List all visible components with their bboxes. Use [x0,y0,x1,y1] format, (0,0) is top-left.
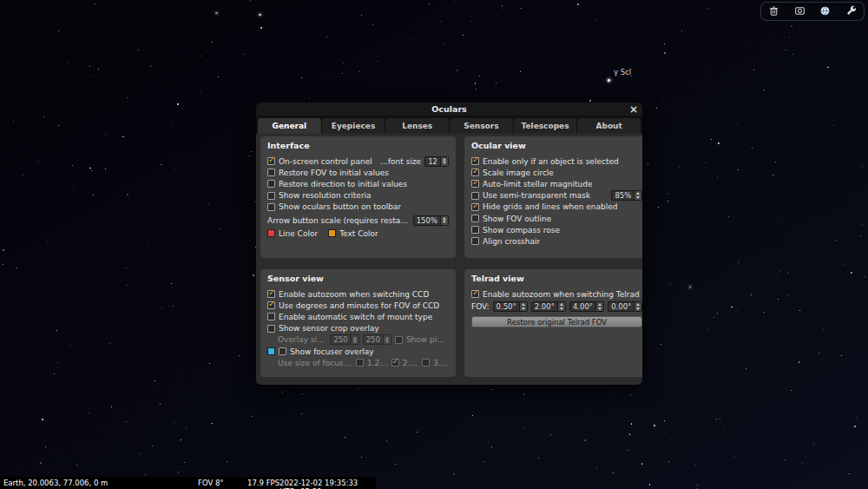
ccd-autozoom-row: Enable autozoom when switching CCD [267,288,449,300]
oculars-toolbar-button-row: Show oculars button on toolbar [267,202,449,213]
auto-limit-magnitude-checkbox[interactable] [471,180,479,188]
compass-rose-label: Show compass rose [483,226,560,235]
trash-icon [768,3,779,20]
crop-overlay-row: Show sensor crop overlay [267,323,449,334]
dialog-titlebar[interactable]: Oculars × [256,102,642,116]
mask-opacity-spinner[interactable]: 85% [611,190,642,201]
align-crosshair-checkbox[interactable] [471,237,479,245]
globe-icon [819,3,831,20]
resolution-criteria-checkbox[interactable] [267,192,275,200]
arrow-scale-spinner[interactable]: 150% [413,215,449,226]
font-size-spinner[interactable]: 12 [424,156,449,167]
text-color-swatch[interactable] [328,229,336,237]
crop-overlay-label: Show sensor crop overlay [279,324,379,333]
sensor-view-group: Sensor view Enable autozoom when switchi… [260,269,456,377]
trash-button[interactable] [765,3,784,19]
camera-icon [794,3,806,20]
mount-switch-row: Enable automatic switch of mount type [267,311,449,322]
enable-only-selected-label: Enable only if an object is selected [483,157,619,166]
interface-group: Interface On-screen control panel ...fon… [260,136,456,258]
spinner-arrows[interactable] [519,302,527,311]
enable-only-selected-checkbox[interactable] [471,157,479,165]
ccd-autozoom-label: Enable autozoom when switching CCD [279,290,429,299]
spinner-arrows[interactable] [383,335,391,344]
overlay-height-spinner[interactable]: 250 [363,334,391,345]
settings-button[interactable] [841,3,860,19]
crop-overlay-checkbox[interactable] [267,325,275,333]
spinner-arrows[interactable] [557,302,565,311]
spinner-arrows[interactable] [440,157,448,166]
spinner-arrows[interactable] [440,216,448,225]
tab-sensors[interactable]: Sensors [450,118,513,134]
status-fps: 17.9 FPS [247,479,279,487]
tab-lenses[interactable]: Lenses [385,118,449,134]
fov-outline-label: Show FOV outline [483,215,551,223]
telrad-fov1-spinner[interactable]: 0.50° [493,301,528,312]
pixel-grid-checkbox[interactable] [395,336,403,344]
oculars-toolbar-label: Show oculars button on toolbar [279,202,401,211]
status-bar: Earth, 20.0063, 77.006, 0 m FOV 8° 17.9 … [0,477,376,489]
group-title-sensor: Sensor view [267,274,449,283]
tab-general[interactable]: General [258,118,321,134]
overlay-width-spinner[interactable]: 250 [330,334,358,345]
auto-limit-magnitude-row: Auto-limit stellar magnitude [471,178,642,189]
spinner-value: 0.00° [608,302,634,311]
focuser-125-checkbox[interactable] [356,359,364,367]
arrow-scale-label: Arrow button scale (requires restart) [267,216,410,225]
restore-fov-row: Restore FOV to initial values [267,167,449,178]
hide-grids-checkbox[interactable] [471,203,479,211]
telrad-fov4-spinner[interactable]: 0.00° [608,301,642,312]
telrad-fov3-spinner[interactable]: 4.00° [569,301,604,312]
oculars-toolbar-checkbox[interactable] [267,203,275,211]
spinner-value: 85% [612,191,634,200]
mount-switch-checkbox[interactable] [267,313,275,320]
semi-transparent-mask-checkbox[interactable] [471,192,479,200]
dialog-body: Interface On-screen control panel ...fon… [256,134,642,385]
focuser-20-checkbox[interactable] [391,359,399,367]
spinner-arrows[interactable] [351,335,358,344]
ccd-autozoom-checkbox[interactable] [267,290,275,298]
spinner-arrows[interactable] [634,302,641,311]
tab-eyepieces[interactable]: Eyepieces [322,118,385,134]
telrad-autozoom-checkbox[interactable] [471,290,479,298]
tab-about[interactable]: About [577,118,641,134]
onscreen-panel-checkbox[interactable] [267,157,275,165]
tab-telescopes[interactable]: Telescopes [514,118,577,134]
star-gamma-scl [608,79,610,82]
fov-outline-row: Show FOV outline [471,213,642,224]
spinner-value: 150% [414,216,440,225]
focuser-color-swatch[interactable] [267,347,275,355]
overlay-size-row: Overlay size (px): 250 250 Show pixel gr… [267,334,449,346]
mount-switch-label: Enable automatic switch of mount type [279,313,432,321]
focuser-33-checkbox[interactable] [422,359,430,367]
telrad-autozoom-label: Enable autozoom when switching Telrad [483,290,640,299]
focuser-overlay-label: Show focuser overlay [290,347,374,356]
telrad-fov2-spinner[interactable]: 2.00° [531,301,566,312]
globe-button[interactable] [816,3,835,19]
scale-image-circle-checkbox[interactable] [471,169,479,176]
restore-direction-checkbox[interactable] [267,180,275,188]
focuser-20-label: 2.0" [403,359,418,367]
left-column: Interface On-screen control panel ...fon… [260,136,456,385]
close-icon[interactable]: × [629,102,638,116]
right-column: Ocular view Enable only if an object is … [464,136,642,385]
restore-telrad-fov-button[interactable]: Restore original Telrad FOV [471,316,642,327]
semi-transparent-mask-label: Use semi-transparent mask [483,191,590,200]
degrees-minutes-label: Use degrees and minutes for FOV of CCD [279,301,439,310]
group-title-interface: Interface [267,141,449,150]
status-location[interactable]: Earth, 20.0063, 77.006, 0 m [3,479,108,487]
group-title-telrad: Telrad view [471,274,642,283]
spinner-arrows[interactable] [634,191,641,200]
fov-outline-checkbox[interactable] [471,215,479,222]
status-datetime[interactable]: 2022-12-02 19:35:33 UTC+05:30 [279,479,376,489]
line-color-swatch[interactable] [267,229,275,237]
spinner-arrows[interactable] [595,302,603,311]
ccd-frame-button[interactable] [790,3,809,19]
focuser-overlay-checkbox[interactable] [279,347,286,355]
compass-rose-checkbox[interactable] [471,226,479,234]
align-crosshair-row: Align crosshair [471,235,642,247]
degrees-minutes-checkbox[interactable] [267,301,275,309]
restore-fov-checkbox[interactable] [267,169,275,176]
onscreen-panel-label: On-screen control panel [279,157,372,166]
status-fov[interactable]: FOV 8° [198,479,224,487]
